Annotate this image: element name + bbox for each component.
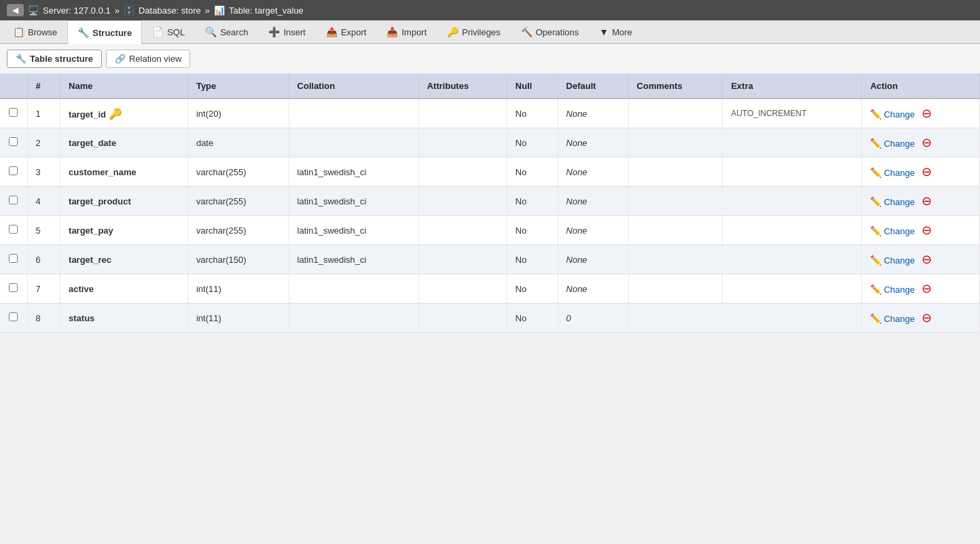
sub-tab-label-table-structure: Table structure xyxy=(30,54,93,64)
table-row: 2 target_date date No None ✏️ Change ⊖ xyxy=(0,128,980,158)
change-link-1[interactable]: ✏️ Change xyxy=(870,109,915,120)
edit-icon: ✏️ xyxy=(870,138,882,149)
delete-icon: ⊖ xyxy=(922,252,932,267)
col-header-type: Type xyxy=(187,74,289,98)
change-link-6[interactable]: ✏️ Change xyxy=(870,255,915,266)
nav-tab-structure[interactable]: 🔧Structure xyxy=(67,20,142,44)
delete-button-5[interactable]: ⊖ xyxy=(922,223,932,238)
delete-button-8[interactable]: ⊖ xyxy=(922,310,932,325)
row-checkbox-cell[interactable] xyxy=(0,187,27,216)
row-action: ✏️ Change ⊖ xyxy=(862,216,980,245)
relation-view-icon: 🔗 xyxy=(115,54,126,64)
change-label: Change xyxy=(884,197,915,207)
row-checkbox-cell[interactable] xyxy=(0,245,27,274)
nav-tab-more[interactable]: ▼More xyxy=(589,20,642,43)
nav-tab-sql[interactable]: 📄SQL xyxy=(142,20,195,43)
delete-button-7[interactable]: ⊖ xyxy=(922,281,932,296)
server-label: Server: 127.0.0.1 xyxy=(43,5,111,16)
row-null: No xyxy=(507,128,558,158)
sub-tab-relation-view[interactable]: 🔗Relation view xyxy=(106,50,190,68)
title-bar: ◀ 🖥️ Server: 127.0.0.1 » 🗄️ Database: st… xyxy=(0,0,980,20)
row-type: int(11) xyxy=(187,274,289,304)
row-extra xyxy=(723,158,862,187)
row-checkbox-cell[interactable] xyxy=(0,98,27,128)
nav-tab-import[interactable]: 📥Import xyxy=(376,20,437,43)
row-name: status xyxy=(60,304,188,333)
row-checkbox-cell[interactable] xyxy=(0,128,27,158)
nav-tab-insert[interactable]: ➕Insert xyxy=(258,20,316,43)
nav-tab-label-structure: Structure xyxy=(92,28,132,38)
more-icon: ▼ xyxy=(599,26,609,37)
nav-tab-operations[interactable]: 🔨Operations xyxy=(511,20,589,43)
nav-tab-browse[interactable]: 📋Browse xyxy=(3,20,67,43)
delete-button-4[interactable]: ⊖ xyxy=(922,194,932,208)
edit-icon: ✏️ xyxy=(870,225,882,236)
edit-icon: ✏️ xyxy=(870,196,882,207)
nav-tab-privileges[interactable]: 🔑Privileges xyxy=(437,20,510,43)
nav-tab-label-search: Search xyxy=(220,27,248,37)
change-link-7[interactable]: ✏️ Change xyxy=(870,284,915,295)
row-checkbox-cell[interactable] xyxy=(0,216,27,245)
row-checkbox-7[interactable] xyxy=(9,283,18,292)
sub-tab-table-structure[interactable]: 🔧Table structure xyxy=(7,50,102,68)
nav-tab-label-import: Import xyxy=(401,27,427,37)
edit-icon: ✏️ xyxy=(870,284,882,295)
change-link-2[interactable]: ✏️ Change xyxy=(870,138,915,149)
nav-tab-export[interactable]: 📤Export xyxy=(316,20,377,43)
row-attributes xyxy=(418,304,507,333)
row-checkbox-1[interactable] xyxy=(9,108,18,117)
row-checkbox-cell[interactable] xyxy=(0,274,27,304)
row-num: 6 xyxy=(27,245,60,274)
row-checkbox-cell[interactable] xyxy=(0,158,27,187)
nav-tab-label-sql: SQL xyxy=(167,27,185,37)
col-header-action: Action xyxy=(862,74,980,98)
row-collation xyxy=(289,98,418,128)
nav-tab-label-insert: Insert xyxy=(283,27,306,37)
delete-icon: ⊖ xyxy=(922,194,932,208)
change-link-8[interactable]: ✏️ Change xyxy=(870,313,915,324)
col-header-collation: Collation xyxy=(289,74,418,98)
row-extra xyxy=(723,128,862,158)
delete-button-3[interactable]: ⊖ xyxy=(922,164,932,179)
back-button[interactable]: ◀ xyxy=(7,4,24,16)
row-num: 8 xyxy=(27,304,60,333)
row-name: active xyxy=(60,274,188,304)
row-default: None xyxy=(558,187,628,216)
delete-button-6[interactable]: ⊖ xyxy=(922,252,932,267)
row-collation: latin1_swedish_ci xyxy=(289,187,418,216)
row-checkbox-4[interactable] xyxy=(9,196,18,204)
edit-icon: ✏️ xyxy=(870,109,882,120)
table-row: 1 target_id 🔑 int(20) No None AUTO_INCRE… xyxy=(0,98,980,128)
row-name: target_product xyxy=(60,187,188,216)
change-link-4[interactable]: ✏️ Change xyxy=(870,196,915,207)
table-row: 6 target_rec varchar(150) latin1_swedish… xyxy=(0,245,980,274)
row-num: 3 xyxy=(27,158,60,187)
row-collation: latin1_swedish_ci xyxy=(289,158,418,187)
row-checkbox-3[interactable] xyxy=(9,166,18,175)
row-num: 5 xyxy=(27,216,60,245)
delete-button-2[interactable]: ⊖ xyxy=(922,135,932,150)
row-attributes xyxy=(418,216,507,245)
row-action: ✏️ Change ⊖ xyxy=(862,245,980,274)
row-checkbox-6[interactable] xyxy=(9,254,18,263)
sep2: » xyxy=(205,5,210,16)
edit-icon: ✏️ xyxy=(870,313,882,324)
privileges-icon: 🔑 xyxy=(447,26,458,37)
row-checkbox-2[interactable] xyxy=(9,137,18,146)
database-label: Database: store xyxy=(139,5,201,16)
nav-tab-search[interactable]: 🔍Search xyxy=(195,20,258,43)
database-icon: 🗄️ xyxy=(124,5,134,16)
nav-tab-label-export: Export xyxy=(341,27,367,37)
row-null: No xyxy=(507,187,558,216)
nav-tab-label-more: More xyxy=(612,27,632,37)
change-link-5[interactable]: ✏️ Change xyxy=(870,225,915,236)
row-checkbox-8[interactable] xyxy=(9,312,18,321)
row-checkbox-5[interactable] xyxy=(9,225,18,234)
change-label: Change xyxy=(884,168,915,178)
delete-button-1[interactable]: ⊖ xyxy=(922,106,932,121)
row-checkbox-cell[interactable] xyxy=(0,304,27,333)
delete-icon: ⊖ xyxy=(922,135,932,150)
row-extra: AUTO_INCREMENT xyxy=(723,98,862,128)
change-link-3[interactable]: ✏️ Change xyxy=(870,167,915,178)
row-name: target_pay xyxy=(60,216,188,245)
